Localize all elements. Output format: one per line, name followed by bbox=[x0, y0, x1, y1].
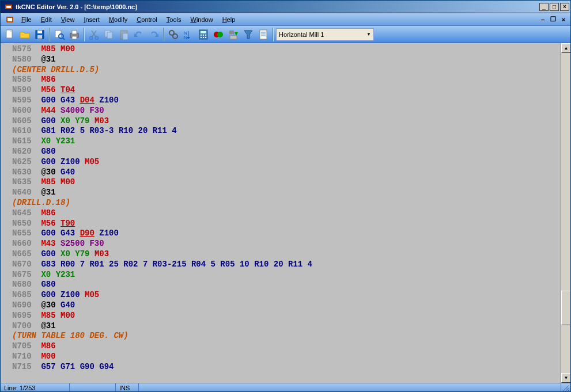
svg-rect-8 bbox=[37, 35, 42, 39]
svg-point-15 bbox=[90, 36, 93, 39]
svg-rect-35 bbox=[205, 37, 206, 38]
chevron-down-icon: ▼ bbox=[366, 32, 371, 37]
svg-rect-14 bbox=[72, 36, 77, 39]
save-button[interactable] bbox=[33, 28, 47, 41]
paste-button[interactable] bbox=[117, 28, 131, 41]
copy-button[interactable] bbox=[102, 28, 116, 41]
status-ins: INS bbox=[116, 383, 139, 392]
undo-button[interactable] bbox=[132, 28, 146, 41]
status-empty1 bbox=[70, 383, 116, 392]
svg-point-23 bbox=[173, 34, 177, 39]
svg-point-37 bbox=[217, 32, 223, 37]
cut-button[interactable] bbox=[87, 28, 101, 41]
menu-help[interactable]: Help bbox=[218, 15, 240, 24]
scroll-thumb[interactable] bbox=[561, 291, 571, 325]
status-line: Line: 1/253 bbox=[1, 383, 70, 392]
svg-point-16 bbox=[96, 36, 99, 39]
svg-marker-39 bbox=[235, 32, 238, 36]
resize-grip-icon[interactable] bbox=[561, 383, 570, 392]
code-content[interactable]: N575 M85 M00 N580 @31 (CENTER DRILL.D.5)… bbox=[1, 43, 561, 383]
simulate-button[interactable] bbox=[211, 28, 225, 41]
svg-rect-31 bbox=[203, 35, 204, 36]
find-button[interactable] bbox=[167, 28, 180, 41]
svg-rect-38 bbox=[229, 31, 234, 34]
app-icon bbox=[4, 2, 13, 12]
report-button[interactable] bbox=[256, 28, 270, 41]
filter-button[interactable] bbox=[241, 28, 255, 41]
menubar: File Edit View Insert Modify Control Too… bbox=[1, 13, 570, 26]
send-button[interactable] bbox=[226, 28, 240, 41]
doc-icon bbox=[5, 15, 14, 24]
renumber-button[interactable]: NN bbox=[181, 28, 195, 41]
svg-rect-18 bbox=[107, 32, 112, 39]
svg-line-48 bbox=[568, 390, 569, 391]
svg-marker-41 bbox=[244, 31, 252, 39]
toolbar: NN Horizontal Mill 1 ▼ bbox=[1, 26, 570, 43]
svg-rect-42 bbox=[260, 30, 267, 39]
menu-view[interactable]: View bbox=[56, 15, 80, 24]
machine-combo-value: Horizontal Mill 1 bbox=[279, 31, 324, 38]
print-button[interactable] bbox=[67, 28, 81, 41]
svg-rect-1 bbox=[6, 6, 11, 8]
print-preview-button[interactable] bbox=[52, 28, 66, 41]
status-empty2 bbox=[139, 383, 561, 392]
editor-area[interactable]: N575 M85 M00 N580 @31 (CENTER DRILL.D.5)… bbox=[1, 43, 570, 383]
svg-rect-21 bbox=[123, 33, 128, 40]
vertical-scrollbar[interactable]: ▲ ▼ bbox=[561, 43, 570, 383]
svg-rect-33 bbox=[201, 37, 202, 38]
mdi-restore-button[interactable]: ❐ bbox=[549, 16, 558, 24]
mdi-minimize-button[interactable]: – bbox=[538, 16, 547, 24]
svg-rect-40 bbox=[230, 36, 237, 39]
menu-edit[interactable]: Edit bbox=[36, 15, 56, 24]
menu-control[interactable]: Control bbox=[132, 15, 161, 24]
menu-tools[interactable]: Tools bbox=[162, 15, 186, 24]
svg-rect-34 bbox=[203, 37, 204, 38]
statusbar: Line: 1/253 INS bbox=[1, 383, 570, 392]
menu-modify[interactable]: Modify bbox=[104, 15, 132, 24]
mdi-close-button[interactable]: × bbox=[559, 16, 568, 24]
new-button[interactable] bbox=[3, 28, 17, 41]
svg-rect-32 bbox=[205, 35, 206, 36]
maximize-button[interactable]: □ bbox=[550, 3, 559, 11]
close-button[interactable]: × bbox=[560, 3, 569, 11]
open-button[interactable] bbox=[18, 28, 32, 41]
window-title: tkCNC Editor Ver. 2.0 - [C:\temp\1000.nc… bbox=[16, 3, 538, 10]
titlebar: tkCNC Editor Ver. 2.0 - [C:\temp\1000.nc… bbox=[1, 1, 570, 13]
svg-rect-29 bbox=[201, 31, 206, 33]
minimize-button[interactable]: _ bbox=[539, 3, 549, 11]
menu-window[interactable]: Window bbox=[186, 15, 218, 24]
redo-button[interactable] bbox=[147, 28, 161, 41]
svg-rect-7 bbox=[37, 31, 42, 33]
svg-rect-13 bbox=[72, 31, 77, 34]
scroll-up-button[interactable]: ▲ bbox=[561, 43, 571, 53]
svg-rect-30 bbox=[201, 35, 202, 36]
svg-rect-3 bbox=[7, 18, 12, 21]
scroll-down-button[interactable]: ▼ bbox=[561, 373, 571, 383]
menu-insert[interactable]: Insert bbox=[79, 15, 104, 24]
svg-text:N: N bbox=[184, 35, 187, 40]
svg-marker-27 bbox=[187, 37, 190, 39]
menu-file[interactable]: File bbox=[17, 15, 36, 24]
svg-rect-20 bbox=[122, 30, 126, 32]
machine-combo[interactable]: Horizontal Mill 1 ▼ bbox=[276, 28, 374, 41]
calculator-button[interactable] bbox=[196, 28, 210, 41]
svg-line-11 bbox=[63, 38, 65, 40]
